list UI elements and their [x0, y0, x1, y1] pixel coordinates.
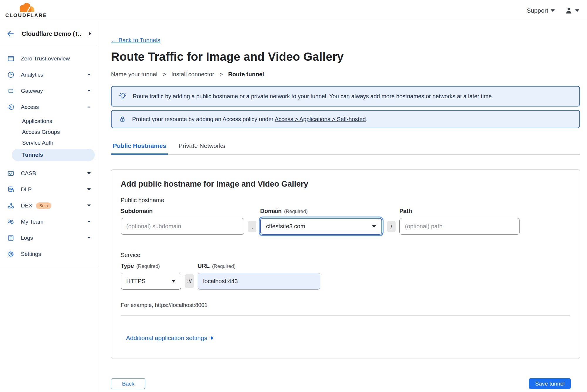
- path-input[interactable]: [399, 218, 520, 235]
- chevron-down-icon: [87, 237, 91, 239]
- chevron-down-icon: [87, 188, 91, 190]
- card-divider: [121, 315, 570, 316]
- support-label: Support: [527, 7, 548, 14]
- support-menu[interactable]: Support: [527, 7, 555, 14]
- sidebar-item-my-team[interactable]: My Team: [0, 214, 98, 230]
- service-field-row: Type(Required) HTTPS :// URL(Required): [121, 263, 570, 290]
- user-avatar-icon: [565, 6, 573, 15]
- sidebar-item-tunnels[interactable]: Tunnels: [12, 149, 95, 161]
- back-to-tunnels-link[interactable]: ← Back to Tunnels: [111, 37, 160, 44]
- brand-wordmark: CLOUDFLARE: [5, 13, 47, 18]
- chevron-down-icon: [575, 9, 579, 12]
- back-button[interactable]: Back: [111, 378, 145, 389]
- info-banner: Route traffic by adding a public hostnam…: [111, 86, 580, 107]
- sidebar-item-service-auth[interactable]: Service Auth: [0, 137, 98, 148]
- service-type-select[interactable]: HTTPS: [121, 273, 181, 290]
- sidebar-item-logs[interactable]: Logs: [0, 230, 98, 246]
- sidebar-item-access-groups[interactable]: Access Groups: [0, 126, 98, 137]
- breadcrumb-separator: >: [163, 71, 166, 78]
- chevron-down-icon: [87, 221, 91, 223]
- domain-label: Domain(Required): [260, 208, 382, 214]
- chevron-up-icon: [87, 106, 91, 108]
- cloudflare-logo[interactable]: CLOUDFLARE: [5, 2, 47, 18]
- user-menu[interactable]: [565, 6, 579, 15]
- logs-icon: [7, 234, 15, 242]
- analytics-icon: [7, 71, 15, 79]
- sidebar-nav: Zero Trust overview Analytics Gateway: [0, 46, 98, 267]
- sidebar-item-gateway[interactable]: Gateway: [0, 83, 98, 99]
- chevron-down-icon: [87, 74, 91, 76]
- breadcrumb-install-connector[interactable]: Install connector: [171, 71, 214, 78]
- chevron-down-icon: [551, 9, 555, 12]
- url-example-text: For example, https://localhost:8001: [121, 302, 570, 308]
- additional-application-settings-toggle[interactable]: Additional application settings: [126, 334, 570, 342]
- sidebar-item-applications[interactable]: Applications: [0, 116, 98, 126]
- subdomain-label: Subdomain: [121, 208, 244, 214]
- page-title: Route Traffic for Image and Video Galler…: [111, 50, 580, 63]
- access-icon: [7, 103, 15, 111]
- overview-icon: [7, 55, 15, 62]
- chevron-right-icon: [89, 32, 91, 36]
- team-icon: [7, 218, 15, 226]
- main-content: ← Back to Tunnels Route Traffic for Imag…: [98, 21, 587, 392]
- account-switcher[interactable]: Cloudflare Demo (T...: [0, 21, 98, 46]
- sidebar-item-analytics[interactable]: Analytics: [0, 67, 98, 83]
- dlp-icon: [7, 186, 15, 193]
- hostname-field-row: Subdomain . Domain(Required) cftestsite3…: [121, 208, 570, 235]
- domain-selected-value: cftestsite3.com: [266, 223, 305, 230]
- domain-select[interactable]: cftestsite3.com: [260, 218, 382, 235]
- path-label: Path: [399, 208, 520, 214]
- beta-badge: Beta: [36, 202, 51, 209]
- sidebar-item-dlp[interactable]: DLP: [0, 181, 98, 197]
- sidebar-item-casb[interactable]: CASB: [0, 165, 98, 181]
- chevron-down-icon: [87, 172, 91, 174]
- breadcrumb-name-your-tunnel[interactable]: Name your tunnel: [111, 71, 157, 78]
- gear-icon: [7, 250, 15, 258]
- public-hostname-card: Add public hostname for Image and Video …: [111, 169, 580, 359]
- top-bar: CLOUDFLARE Support: [0, 0, 587, 21]
- chevron-right-icon: [211, 336, 213, 340]
- tab-private-networks[interactable]: Private Networks: [177, 142, 227, 154]
- url-label: URL(Required): [198, 263, 320, 269]
- card-title: Add public hostname for Image and Video …: [121, 180, 570, 189]
- account-name: Cloudflare Demo (T...: [22, 30, 82, 37]
- gateway-icon: [7, 87, 15, 95]
- tab-bar: Public Hostnames Private Networks: [111, 142, 580, 155]
- access-applications-self-hosted-link[interactable]: Access > Applications > Self-hosted: [275, 116, 366, 122]
- type-label: Type(Required): [121, 263, 181, 269]
- lightbulb-icon: [119, 92, 127, 100]
- type-selected-value: HTTPS: [126, 278, 146, 285]
- sidebar-item-settings[interactable]: Settings: [0, 246, 98, 262]
- casb-icon: [7, 170, 15, 177]
- service-url-input[interactable]: [198, 273, 320, 290]
- access-subnav: Applications Access Groups Service Auth …: [0, 115, 98, 165]
- dot-separator: .: [248, 221, 256, 232]
- slash-separator: /: [387, 221, 396, 232]
- sidebar-item-dex[interactable]: DEX Beta: [0, 197, 98, 214]
- dex-icon: [7, 202, 15, 209]
- access-policy-banner: Protect your resource by adding an Acces…: [111, 110, 580, 128]
- breadcrumb: Name your tunnel > Install connector > R…: [111, 71, 580, 78]
- sidebar-item-zero-trust-overview[interactable]: Zero Trust overview: [0, 50, 98, 67]
- scheme-separator: ://: [185, 274, 194, 288]
- chevron-down-icon: [372, 225, 376, 228]
- sidebar-item-access[interactable]: Access: [0, 99, 98, 115]
- service-heading: Service: [121, 252, 570, 258]
- tab-public-hostnames[interactable]: Public Hostnames: [111, 142, 168, 155]
- chevron-down-icon: [87, 205, 91, 207]
- back-arrow-icon[interactable]: [6, 30, 15, 38]
- chevron-down-icon: [87, 90, 91, 92]
- save-tunnel-button[interactable]: Save tunnel: [529, 378, 571, 389]
- lock-icon: [119, 115, 126, 123]
- info-banner-text: Route traffic by adding a public hostnam…: [133, 93, 493, 100]
- chevron-down-icon: [171, 280, 176, 283]
- access-banner-text: Protect your resource by adding an Acces…: [132, 116, 367, 123]
- public-hostname-heading: Public hostname: [121, 197, 570, 204]
- cloudflare-cloud-icon: [17, 2, 36, 12]
- footer-actions: Back Save tunnel: [111, 378, 580, 389]
- breadcrumb-route-tunnel: Route tunnel: [228, 71, 264, 78]
- sidebar: Cloudflare Demo (T... Zero Trust overvie…: [0, 21, 98, 392]
- sidebar-divider: [0, 267, 98, 267]
- subdomain-input[interactable]: [121, 218, 244, 235]
- breadcrumb-separator: >: [219, 71, 223, 78]
